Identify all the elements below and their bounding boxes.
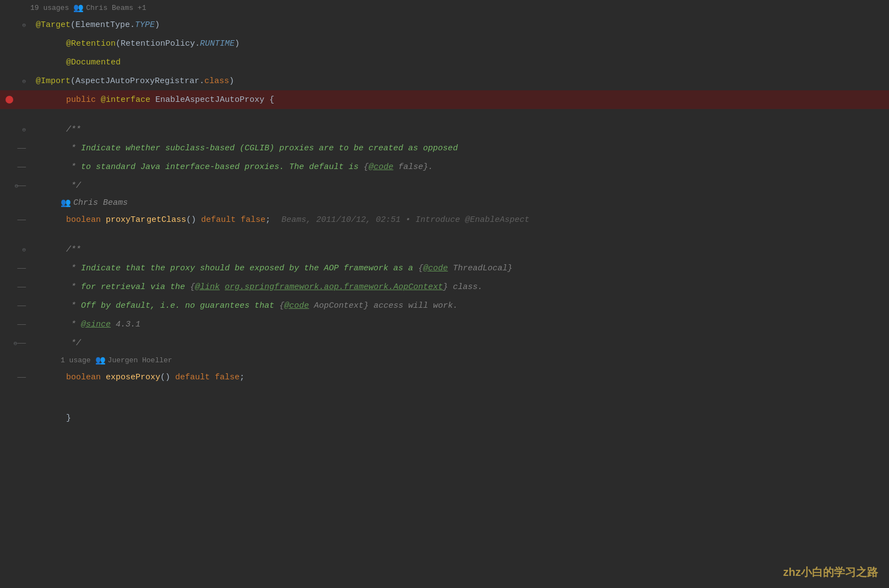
type-value: TYPE bbox=[135, 20, 155, 30]
gutter-jd-end1: ⊖ —— bbox=[0, 182, 30, 190]
paren-open: ( bbox=[71, 20, 75, 30]
dash-marker-3: —— bbox=[17, 264, 26, 273]
retention-line: @Retention(RetentionPolicy.RUNTIME) bbox=[0, 34, 889, 53]
link-space bbox=[220, 282, 225, 292]
author-hoeller-name: Juergen Hoeller bbox=[108, 356, 172, 364]
jd-star-5: * bbox=[66, 301, 81, 311]
at-target: @Target bbox=[36, 20, 71, 30]
element-type: ElementType bbox=[75, 20, 130, 30]
usage-count-2: 1 usage bbox=[61, 356, 91, 364]
semicolon-1: ; bbox=[265, 215, 270, 225]
at-import: @Import bbox=[36, 77, 71, 86]
dash-marker-5: —— bbox=[17, 302, 26, 310]
retention-content: @Retention(RetentionPolicy.RUNTIME) bbox=[30, 39, 889, 48]
javadoc-indicate2-line: —— * Indicate that the proxy should be e… bbox=[0, 259, 889, 277]
retention-policy: RetentionPolicy bbox=[121, 39, 195, 48]
paren-close: ) bbox=[155, 20, 160, 30]
code2-open: { bbox=[418, 264, 423, 273]
dash-ep: —— bbox=[17, 373, 26, 382]
javadoc-retrieval-line: —— * for retrieval via the {@link org.sp… bbox=[0, 277, 889, 296]
open-brace: { bbox=[264, 95, 274, 105]
gutter-target: ⊖ bbox=[0, 21, 30, 29]
jd-end2-content: */ bbox=[30, 339, 889, 348]
dot1: . bbox=[130, 20, 135, 30]
dot-r: . bbox=[195, 39, 200, 48]
dash-ptc: —— bbox=[17, 216, 26, 224]
author-icon-beams: 👥 bbox=[61, 198, 71, 208]
gutter-ptc: —— bbox=[0, 216, 30, 224]
indicate-text: Indicate whether subclass-based (CGLIB) … bbox=[81, 144, 458, 153]
fold-target[interactable]: ⊖ bbox=[22, 21, 26, 29]
proxy-target-method2: getClass bbox=[147, 215, 186, 225]
jd-star-3: * bbox=[66, 264, 81, 273]
semicolon-2: ; bbox=[240, 373, 245, 382]
target-line: ⊖ @Target(ElementType.TYPE) bbox=[0, 15, 889, 34]
blank-line-4 bbox=[0, 398, 889, 409]
gutter-ep: —— bbox=[0, 373, 30, 382]
gutter-indicate2: —— bbox=[0, 264, 30, 273]
ep-content: boolean exposeProxy() default false; bbox=[30, 373, 889, 382]
documented-content: @Documented bbox=[30, 58, 889, 67]
boolean-keyword-1: boolean bbox=[66, 215, 106, 225]
paren-r1: ( bbox=[116, 39, 121, 48]
code2-val: ThreadLocal bbox=[448, 264, 507, 273]
javadoc-end-2: ⊖ —— */ bbox=[0, 334, 889, 352]
default-keyword-1: default bbox=[201, 215, 241, 225]
since-content: * @since 4.3.1 bbox=[30, 320, 889, 329]
javadoc-open-1: /** bbox=[66, 125, 81, 134]
closing-brace: } bbox=[66, 413, 71, 423]
code-space: false bbox=[393, 162, 423, 172]
at-retention: @Retention bbox=[66, 39, 116, 48]
at-code-2: @code bbox=[423, 264, 448, 273]
retrieval-content: * for retrieval via the {@link org.sprin… bbox=[30, 282, 889, 292]
ptc-content: boolean proxyTargetClass() default false… bbox=[30, 215, 889, 225]
author-icon-hoeller: 👥 bbox=[95, 355, 106, 366]
dash-end-1: —— bbox=[17, 182, 26, 190]
boolean-keyword-2: boolean bbox=[66, 373, 106, 382]
indicate2-content: * Indicate that the proxy should be expo… bbox=[30, 264, 889, 273]
runtime-value: RUNTIME bbox=[200, 39, 235, 48]
interface-line: public @interface EnableAspectJAutoProxy… bbox=[0, 90, 889, 109]
usage-count: 19 usages bbox=[30, 4, 69, 12]
fold-jd2[interactable]: ⊖ bbox=[22, 246, 26, 253]
at-code-3: @code bbox=[284, 301, 309, 311]
usage-info-top: 19 usages 👥 Chris Beams +1 bbox=[0, 0, 889, 15]
interface-content: public @interface EnableAspectJAutoProxy… bbox=[30, 95, 889, 105]
indicate2-text: Indicate that the proxy should be expose… bbox=[81, 264, 418, 273]
javadoc-since-line: —— * @since 4.3.1 bbox=[0, 315, 889, 334]
at-interface: @interface bbox=[101, 95, 150, 105]
dash-marker-1: —— bbox=[17, 144, 26, 153]
author-icon-1: 👥 bbox=[73, 3, 84, 13]
default-keyword-2: default bbox=[175, 373, 215, 382]
javadoc-to-line: —— * to standard Java interface-based pr… bbox=[0, 157, 889, 176]
expose-proxy-method: exposeProxy bbox=[106, 373, 160, 382]
since-ver: 4.3.1 bbox=[111, 320, 140, 329]
false-value-1: false bbox=[241, 215, 265, 225]
gutter-since: —— bbox=[0, 320, 30, 329]
jd-star-4: * bbox=[66, 282, 81, 292]
javadoc-start-2: ⊖ /** bbox=[0, 240, 889, 259]
ep-parens: () bbox=[160, 373, 175, 382]
dash-marker-6: —— bbox=[17, 320, 26, 329]
close-content: } bbox=[30, 413, 889, 423]
jd-star-2: * bbox=[66, 162, 81, 172]
gutter-jd1: ⊖ bbox=[0, 126, 30, 133]
documented-line: @Documented bbox=[0, 53, 889, 72]
indicate-content: * Indicate whether subclass-based (CGLIB… bbox=[30, 144, 889, 153]
code-editor: 19 usages 👥 Chris Beams +1 ⊖ @Target(Ele… bbox=[0, 0, 889, 588]
javadoc-indicate-line: —— * Indicate whether subclass-based (CG… bbox=[0, 139, 889, 157]
off-content: * Off by default, i.e. no guarantees tha… bbox=[30, 301, 889, 311]
paren-i2: ) bbox=[229, 77, 234, 86]
proxy-target-class-line: —— boolean proxyTargetClass() default fa… bbox=[0, 210, 889, 229]
git-info-1: Beams, 2011/10/12, 02:51 • Introduce @En… bbox=[281, 215, 529, 225]
import-line: ⊖ @Import(AspectJAutoProxyRegistrar.clas… bbox=[0, 72, 889, 90]
proxy-target-method: proxyTar bbox=[106, 215, 145, 225]
jd2-content: /** bbox=[30, 245, 889, 254]
code3-close: } access will work. bbox=[364, 301, 458, 311]
fold-jd1[interactable]: ⊖ bbox=[22, 126, 26, 133]
gutter-jd-end2: ⊖ —— bbox=[0, 339, 30, 347]
off-text: Off by default, i.e. no guarantees that bbox=[81, 301, 279, 311]
at-code-1: @code bbox=[368, 162, 393, 172]
ptc-parens: () bbox=[186, 215, 201, 225]
link-open: { bbox=[190, 282, 195, 292]
